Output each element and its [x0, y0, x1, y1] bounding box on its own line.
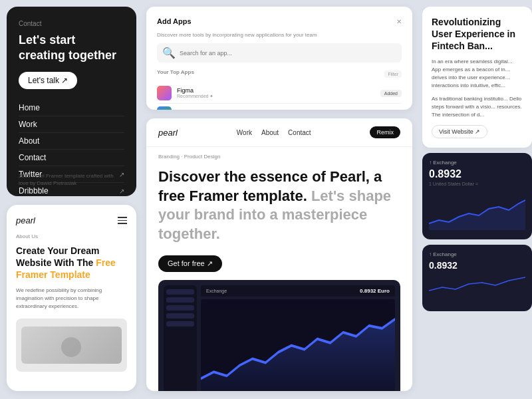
add-apps-modal: Add Apps ✕ Discover more tools by incorp… — [146, 7, 412, 110]
hamburger-menu[interactable] — [118, 217, 127, 224]
nav-item-work[interactable]: Work — [19, 116, 124, 133]
nav-contact[interactable]: Contact — [288, 129, 311, 136]
figma-desc: Recommended ✦ — [177, 94, 375, 99]
breadcrumb: Branding · Product Design — [146, 147, 412, 162]
top-apps-label: Your Top Apps — [157, 69, 194, 75]
nav-work[interactable]: Work — [237, 129, 252, 136]
sidebar-item-5 — [166, 321, 194, 327]
right-chart-label-2: ↑ Exchange — [429, 251, 525, 257]
exchange-sidebar — [164, 285, 197, 391]
modal-header: Add Apps ✕ — [157, 17, 402, 25]
about-label: About Us — [16, 233, 127, 239]
pearl-website-panel: pearl Work About Contact Remix Branding … — [146, 118, 412, 391]
website-navbar: pearl Work About Contact Remix — [146, 118, 412, 147]
article-panel: Revolutionizing User Experience in Finte… — [422, 7, 532, 148]
right-chart-sub-1: 1 United States Dollar = — [429, 182, 525, 186]
contact-label: Contact — [19, 20, 124, 27]
pearl-logo: pearl — [16, 215, 35, 225]
modal-subtitle: Discover more tools by incorporating new… — [157, 32, 402, 38]
hero-text-area: Discover the essence of Pearl, a free Fr… — [146, 162, 412, 250]
sidebar-item-3 — [166, 305, 194, 311]
right-chart-label-1: ↑ Exchange — [429, 160, 525, 166]
right-chart-value-1: 0.8932 — [429, 168, 525, 180]
body-text: We redefine possibility by combining ima… — [16, 287, 127, 311]
left-dark-panel: Contact Let's start creating together Le… — [7, 7, 136, 196]
get-for-free-button[interactable]: Get for free ↗ — [158, 255, 222, 272]
sidebar-item-1 — [166, 289, 194, 295]
exchange-top-bar: Exchange 0.8932 Euro — [201, 285, 395, 297]
app-row-figma: Figma Recommended ✦ Added — [157, 83, 402, 104]
scale-device — [21, 327, 121, 364]
website-nav-links: Work About Contact — [237, 129, 311, 136]
gcal-icon — [157, 106, 172, 110]
nav-item-contact[interactable]: Contact — [19, 150, 124, 166]
filter-button[interactable]: Filter — [384, 70, 402, 78]
right-chart-2: ↑ Exchange 0.8932 — [422, 245, 532, 311]
figma-info: Figma Recommended ✦ — [177, 87, 375, 99]
visit-website-button[interactable]: Visit Website ↗ — [432, 125, 487, 138]
figma-icon — [157, 86, 172, 100]
exchange-chart-area — [201, 299, 395, 391]
right-panel: Revolutionizing User Experience in Finte… — [422, 7, 532, 392]
figma-action-button[interactable]: Added — [380, 90, 402, 97]
search-icon: 🔍 — [162, 47, 176, 59]
hero-headline: Let's start creating together — [19, 33, 124, 63]
left-light-panel: pearl About Us Create Your Dream Website… — [7, 205, 136, 391]
modal-close-button[interactable]: ✕ — [396, 18, 402, 25]
logo-row: pearl — [16, 215, 127, 225]
nav-item-about[interactable]: About — [19, 133, 124, 150]
article-title: Revolutionizing User Experience in Finte… — [432, 16, 523, 53]
exchange-title: Exchange — [206, 289, 227, 293]
footer-text: 2023 Pearl Framer template crafted with … — [19, 172, 124, 187]
right-chart-value-2: 0.8932 — [429, 260, 525, 271]
website-logo: pearl — [158, 128, 178, 138]
hero-h1: Discover the essence of Pearl, a free Fr… — [158, 168, 400, 243]
sidebar-item-2 — [166, 297, 194, 303]
search-input[interactable] — [180, 50, 396, 57]
sub-headline: Create Your Dream Website With The Free … — [16, 245, 127, 281]
app-row-gcal: Google Calendar Add — [157, 104, 402, 110]
canvas: Contact Let's start creating together Le… — [0, 0, 532, 399]
modal-title: Add Apps — [157, 17, 192, 25]
nav-item-home[interactable]: Home — [19, 100, 124, 116]
scale-image — [16, 319, 127, 372]
article-body-2: As traditional banking institutio... Del… — [432, 95, 523, 119]
article-body-1: In an era where seamless digital... App … — [432, 58, 523, 90]
exchange-main: Exchange 0.8932 Euro — [201, 285, 395, 391]
nav-about[interactable]: About — [261, 129, 279, 136]
exchange-value: 0.8932 Euro — [360, 288, 390, 294]
sidebar-item-4 — [166, 313, 194, 319]
lets-talk-button[interactable]: Let's talk ↗ — [19, 72, 77, 89]
exchange-preview: Exchange 0.8932 Euro — [158, 280, 400, 391]
exchange-chart: Exchange 0.8932 Euro — [158, 280, 400, 391]
right-chart-1: ↑ Exchange 0.8932 1 United States Dollar… — [422, 153, 532, 239]
remix-button[interactable]: Remix — [370, 126, 400, 138]
exchange-inner: Exchange 0.8932 Euro — [164, 285, 395, 391]
app-search-bar[interactable]: 🔍 — [157, 43, 402, 63]
figma-name: Figma — [177, 87, 375, 94]
